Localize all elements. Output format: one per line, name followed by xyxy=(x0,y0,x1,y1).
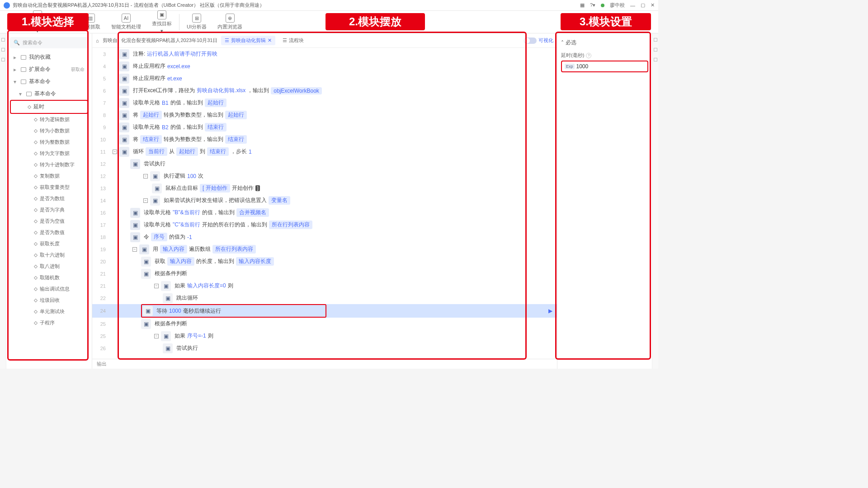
window-title: 剪映自动化混合裂变视频RPA机器人2023年10月31日 - 流程创造者（UiB… xyxy=(13,2,264,9)
output-bar[interactable]: 输出 xyxy=(92,359,557,369)
left-rail xyxy=(0,33,6,369)
help-icon[interactable]: ?▾ xyxy=(590,2,595,8)
maximize-icon[interactable]: ▢ xyxy=(641,2,645,8)
annotation-2: 2.模块摆放 xyxy=(326,13,425,30)
home-icon[interactable]: ⌂ xyxy=(96,38,99,43)
doc-button[interactable]: AI智能文档处理 xyxy=(106,12,146,32)
status-dot-icon xyxy=(601,4,604,7)
right-rail xyxy=(652,33,658,369)
user-name[interactable]: 廖中校 xyxy=(610,2,625,9)
app-logo-icon xyxy=(4,2,10,9)
annotation-3-box xyxy=(555,32,651,360)
annotation-3: 3.模块设置 xyxy=(561,13,651,30)
play-icon[interactable]: ▶ xyxy=(548,308,552,314)
grid-icon[interactable]: ▦ xyxy=(580,2,585,8)
ui-analyzer-button[interactable]: ⊞UI分析器 xyxy=(181,12,212,32)
visual-toggle[interactable]: 可视化 xyxy=(524,37,553,44)
annotation-1: 1.模块选择 xyxy=(7,13,89,30)
title-bar: 剪映自动化混合裂变视频RPA机器人2023年10月31日 - 流程创造者（UiB… xyxy=(0,0,658,11)
minimize-icon[interactable]: — xyxy=(630,3,635,8)
close-icon[interactable]: ✕ xyxy=(651,2,655,8)
annotation-1-box xyxy=(7,30,89,361)
annotation-2-box xyxy=(118,32,527,360)
browser-button[interactable]: ⊕内置浏览器 xyxy=(212,12,248,32)
